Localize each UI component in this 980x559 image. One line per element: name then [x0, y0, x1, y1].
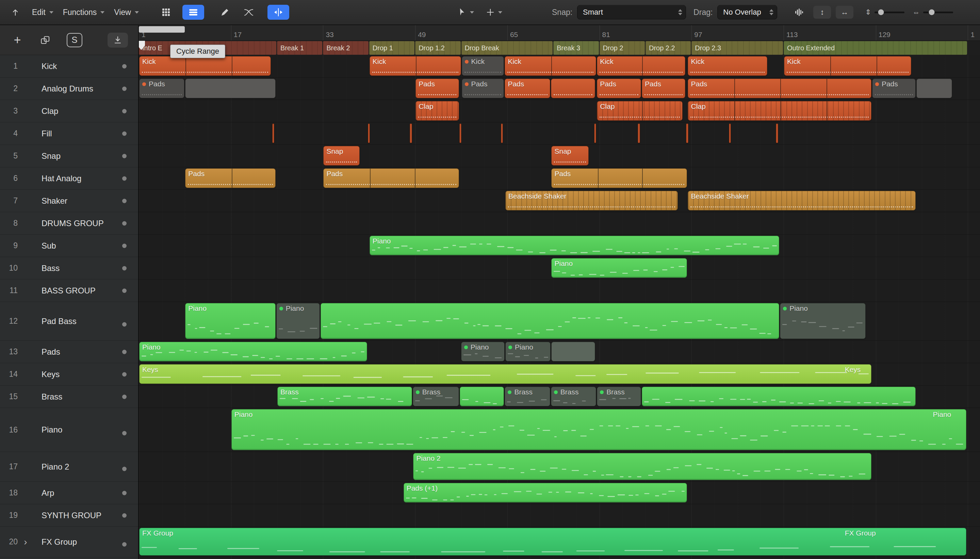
track-header-row[interactable]: 1Kick: [0, 55, 138, 78]
up-arrow-button[interactable]: [6, 4, 25, 20]
region-piano[interactable]: Piano: [185, 303, 275, 339]
solo-button[interactable]: S: [67, 33, 82, 47]
track-header-row[interactable]: 18Arp: [0, 482, 138, 504]
region-piano[interactable]: Piano: [505, 342, 551, 361]
region-fill[interactable]: [272, 123, 274, 143]
track-header-row[interactable]: 8DRUMS GROUP: [0, 212, 138, 235]
collapse-tracks-button[interactable]: [108, 33, 128, 48]
arrangement-marker[interactable]: Drop 2.2: [645, 41, 691, 55]
region-piano[interactable]: Piano: [276, 303, 320, 339]
region-pads[interactable]: Pads: [872, 79, 916, 98]
region-pads[interactable]: Pads: [416, 79, 459, 98]
vertical-zoom-slider[interactable]: ⇕: [865, 8, 904, 17]
arrangement-marker[interactable]: Break 1: [277, 41, 322, 55]
region-brass[interactable]: Brass: [413, 387, 459, 406]
track-state-dot[interactable]: [122, 467, 127, 471]
region-pads[interactable]: Pads: [139, 79, 184, 98]
region-piano-2[interactable]: Piano 2: [413, 453, 871, 480]
track-header-row[interactable]: 13Pads: [0, 341, 138, 363]
arrangement-marker[interactable]: Break 2: [323, 41, 368, 55]
region-kick[interactable]: Kick: [505, 56, 596, 76]
arrangement-marker[interactable]: Drop 1: [369, 41, 415, 55]
pencil-tool-button[interactable]: [216, 4, 234, 20]
track-state-dot[interactable]: [122, 431, 127, 436]
region-brass[interactable]: Brass: [597, 387, 641, 406]
region-kick[interactable]: Kick: [688, 56, 767, 76]
waveform-zoom-button[interactable]: [790, 4, 809, 20]
region-pads[interactable]: Pads: [642, 79, 685, 98]
region-clap[interactable]: Clap: [688, 101, 871, 121]
region-midi[interactable]: [460, 387, 504, 406]
track-header-row[interactable]: 9Sub: [0, 235, 138, 257]
track-state-dot[interactable]: [122, 513, 127, 518]
track-lane[interactable]: [139, 280, 980, 302]
slider-knob[interactable]: [929, 10, 934, 15]
track-lane[interactable]: [139, 212, 980, 235]
drag-select[interactable]: No Overlap: [717, 5, 777, 19]
region-pads[interactable]: Pads: [185, 168, 275, 188]
arrangement-marker[interactable]: Drop Break: [461, 41, 553, 55]
arrangement-marker[interactable]: Drop 2.3: [691, 41, 783, 55]
region-piano[interactable]: Piano: [370, 236, 779, 255]
arrangement-marker[interactable]: Break 3: [553, 41, 599, 55]
track-state-dot[interactable]: [122, 349, 127, 354]
vertical-zoom-button[interactable]: ↕: [813, 6, 831, 19]
region-piano[interactable]: Piano: [461, 342, 505, 361]
region-fill[interactable]: [501, 123, 503, 143]
region-pads[interactable]: Pads: [688, 79, 871, 98]
track-header-row[interactable]: 11BASS GROUP: [0, 280, 138, 302]
track-header-row[interactable]: 16Piano: [0, 408, 138, 452]
track-state-dot[interactable]: [122, 154, 127, 158]
region-pads[interactable]: Pads: [551, 168, 687, 188]
region-kick[interactable]: Kick: [462, 56, 504, 76]
add-track-button[interactable]: +: [8, 32, 27, 48]
track-lane[interactable]: [139, 504, 980, 527]
region-brass[interactable]: Brass: [277, 387, 412, 406]
region-keys[interactable]: KeysKeys: [139, 364, 871, 384]
track-state-dot[interactable]: [122, 372, 127, 376]
region-pads[interactable]: Pads: [323, 168, 459, 188]
region-audio[interactable]: [551, 79, 595, 98]
horizontal-zoom-slider[interactable]: ⇔: [913, 8, 953, 17]
region-pads-1-[interactable]: Pads (+1): [404, 483, 687, 503]
track-state-dot[interactable]: [122, 64, 127, 68]
region-fill[interactable]: [776, 123, 778, 143]
region-brass[interactable]: Brass: [551, 387, 596, 406]
grid-view-button[interactable]: [155, 5, 177, 20]
track-header-row[interactable]: 17Piano 2: [0, 452, 138, 482]
region-fill[interactable]: [638, 123, 640, 143]
menu-edit[interactable]: Edit: [30, 8, 55, 17]
arrangement-marker[interactable]: Drop 1.2: [415, 41, 460, 55]
track-state-dot[interactable]: [122, 86, 127, 91]
region-fill[interactable]: [459, 123, 461, 143]
track-header-row[interactable]: 3Clap: [0, 100, 138, 122]
region-fill[interactable]: [729, 123, 731, 143]
secondary-tool-selector[interactable]: [484, 8, 504, 17]
track-state-dot[interactable]: [122, 131, 127, 136]
track-state-dot[interactable]: [122, 542, 127, 546]
track-state-dot[interactable]: [122, 221, 127, 225]
snap-select[interactable]: Smart: [577, 5, 686, 19]
track-state-dot[interactable]: [122, 394, 127, 399]
menu-view[interactable]: View: [112, 8, 141, 17]
track-header-row[interactable]: 12Pad Bass: [0, 302, 138, 341]
arrangement-marker[interactable]: Drop 2: [600, 41, 645, 55]
split-tool-button[interactable]: [267, 5, 289, 20]
track-header-row[interactable]: 6Hat Analog: [0, 167, 138, 190]
track-state-dot[interactable]: [122, 176, 127, 180]
region-beachside-shaker[interactable]: Beachside Shaker: [688, 191, 916, 210]
region-fill[interactable]: [410, 123, 412, 143]
pointer-tool-selector[interactable]: [456, 8, 476, 17]
region-midi[interactable]: [642, 387, 916, 406]
track-state-dot[interactable]: [122, 198, 127, 203]
slider-track[interactable]: [874, 12, 904, 13]
cycle-range-strip[interactable]: [139, 26, 185, 33]
region-midi[interactable]: [320, 303, 779, 339]
bar-ruler[interactable]: 11733496581971131291: [139, 25, 980, 41]
track-state-dot[interactable]: [122, 322, 127, 326]
region-beachside-shaker[interactable]: Beachside Shaker: [505, 191, 678, 210]
slider-knob[interactable]: [878, 10, 884, 15]
region-piano[interactable]: Piano: [780, 303, 866, 339]
track-state-dot[interactable]: [122, 109, 127, 113]
track-state-dot[interactable]: [122, 243, 127, 248]
